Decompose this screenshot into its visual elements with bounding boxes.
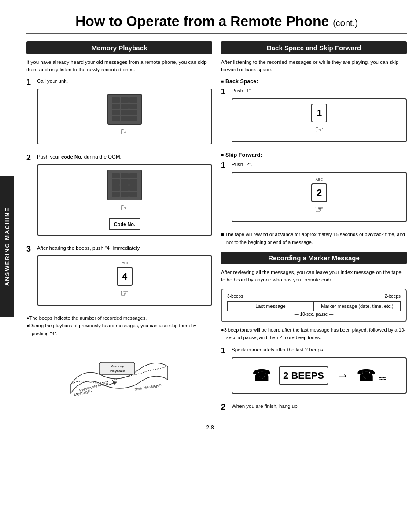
- step2-image-box: ☞ Code No.: [37, 164, 212, 236]
- back-space-subheader: Back Space:: [221, 78, 407, 85]
- hand-cursor-back: ☞: [315, 122, 324, 137]
- skip-forward-image-box: ABC 2 ☞: [232, 172, 407, 222]
- page-title: How to Operate from a Remote Phone (cont…: [26, 9, 407, 30]
- keypad-grid-1: [112, 97, 137, 121]
- skip-forward-subheader: Skip Forward:: [221, 152, 407, 158]
- right-column: Back Space and Skip Forward After listen…: [221, 41, 407, 416]
- key-2-icon: ABC 2 ☞: [311, 177, 327, 217]
- keypad-icon-3: GHI 4 ☞: [117, 261, 133, 300]
- hand-cursor-2: ☞: [120, 200, 129, 215]
- beeps-label: 2 BEEPS: [279, 366, 328, 385]
- step3-image-box: GHI 4 ☞: [37, 255, 212, 306]
- memory-playback-intro: If you have already heard your old messa…: [26, 59, 212, 74]
- marker-labels: 3-beeps 2-beeps: [227, 294, 401, 299]
- marker-diagram: 3-beeps 2-beeps Last message Marker mess…: [221, 289, 407, 322]
- svg-line-6: [108, 382, 117, 385]
- marker-intro: After reviewing all the messages, you ca…: [221, 269, 407, 284]
- phone-left-icon: ☎: [252, 364, 271, 387]
- keypad-icon-1: ☞: [107, 94, 142, 139]
- beeps-arrow: →: [336, 366, 349, 385]
- svg-text:New Messages: New Messages: [134, 382, 162, 392]
- step-3: 3 After hearing the beeps, push "4" imme…: [26, 244, 212, 311]
- keypad-grid-2: [112, 173, 137, 197]
- step1-image-box: ☞: [37, 89, 212, 144]
- back-space-intro: After listening to the recorded messages…: [221, 59, 407, 74]
- code-no-box: Code No.: [109, 218, 140, 230]
- page-number: 2-8: [13, 425, 407, 431]
- back-space-step1: 1 Push "1". 1 ☞: [221, 87, 407, 148]
- memory-playback-illustration: Previously heard Messages New Messages M…: [26, 342, 212, 400]
- marker-step2: 2 When you are finish, hang up.: [221, 403, 407, 412]
- left-column: Memory Playback If you have already hear…: [26, 41, 212, 416]
- marker-bottom-label: — 10-sec. pause —: [227, 312, 401, 317]
- key-1-icon: 1 ☞: [311, 104, 327, 137]
- key-1: 1: [311, 104, 327, 122]
- hand-cursor-3: ☞: [120, 286, 129, 300]
- beeps-illustration-box: ☎ 2 BEEPS → ☎ ≈≈: [232, 357, 407, 394]
- page-wrapper: ANSWERING MACHINE How to Operate from a …: [0, 0, 420, 529]
- key-2: 2: [311, 183, 327, 202]
- bullet-notes: ●The beeps indicate the number of record…: [26, 314, 212, 338]
- step-2: 2 Push your code No. during the OGM.: [26, 153, 212, 241]
- key-4: 4: [117, 267, 133, 286]
- key-ghi-label: GHI: [122, 261, 128, 266]
- step-1: 1 Call your unit.: [26, 78, 212, 150]
- keypad-icon-2: ☞ Code No.: [107, 170, 142, 230]
- marker-step1: 1 Speak immediately after the last 2 bee…: [221, 346, 407, 399]
- tape-note: ■ The tape will rewind or advance for ap…: [221, 231, 407, 246]
- hand-cursor-1: ☞: [120, 125, 129, 139]
- svg-text:Playback: Playback: [110, 369, 125, 373]
- memory-playback-header: Memory Playback: [26, 41, 212, 54]
- svg-text:Memory: Memory: [111, 364, 124, 368]
- back-space-header: Back Space and Skip Forward: [221, 41, 407, 54]
- marker-diagram-row: Last message Marker message (date, time,…: [227, 301, 401, 311]
- skip-forward-step1: 1 Push "2". ABC 2 ☞: [221, 161, 407, 227]
- marker-bullet: ●3 beep tones will be heard after the la…: [221, 326, 407, 342]
- hand-cursor-skip: ☞: [315, 202, 324, 217]
- back-space-image-box: 1 ☞: [232, 98, 407, 142]
- marker-message-header: Recording a Marker Message: [221, 252, 407, 264]
- key-abc-label: ABC: [316, 177, 323, 182]
- marker-cell-marker: Marker message (date, time, etc.): [314, 301, 401, 311]
- phone-right-icon: ☎ ≈≈: [357, 364, 386, 387]
- two-col-layout: Memory Playback If you have already hear…: [26, 41, 407, 416]
- title-rule: [26, 33, 407, 34]
- memory-playback-svg: Previously heard Messages New Messages M…: [66, 344, 172, 397]
- side-label: ANSWERING MACHINE: [0, 176, 14, 317]
- marker-cell-last: Last message: [227, 301, 314, 311]
